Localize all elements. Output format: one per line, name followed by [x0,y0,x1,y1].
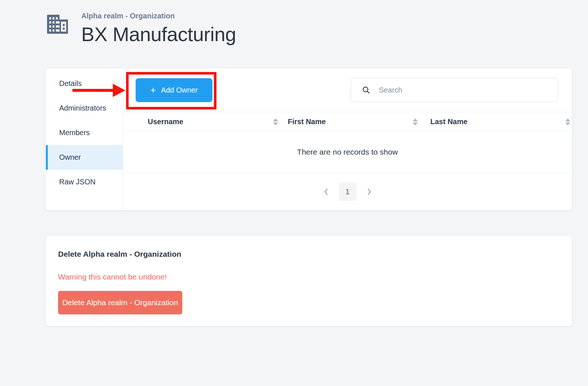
chevron-left-icon[interactable] [323,188,329,195]
empty-table-message: There are no records to show [123,131,572,173]
danger-heading: Delete Alpha realm - Organization [58,250,572,258]
search-icon [362,86,370,94]
search-box[interactable] [351,78,558,102]
chevron-right-icon[interactable] [366,188,372,195]
sidebar-tabs: Details Administrators Members Owner Raw… [46,68,123,210]
table-header-row: Username First Name Last Name [123,112,572,131]
sort-icon[interactable] [565,118,570,125]
building-icon [47,15,68,46]
page-header: Alpha realm - Organization BX Manufactur… [47,11,236,46]
danger-zone-card: Delete Alpha realm - Organization Warnin… [46,235,572,326]
pagination: 1 [123,173,572,210]
sort-icon[interactable] [273,118,278,125]
tab-raw-json[interactable]: Raw JSON [46,170,123,194]
header-text: Alpha realm - Organization BX Manufactur… [81,11,236,46]
column-header-last-name[interactable]: Last Name [430,112,467,131]
danger-warning-text: Warning this cannot be undone! [58,273,572,281]
breadcrumb: Alpha realm - Organization [81,11,236,21]
plus-icon: + [150,85,156,95]
column-header-username[interactable]: Username [148,112,183,131]
owner-panel-card: Details Administrators Members Owner Raw… [46,68,572,210]
tab-administrators[interactable]: Administrators [46,96,123,120]
page-title: BX Manufacturing [81,23,236,46]
tab-details[interactable]: Details [46,71,123,96]
add-owner-label: Add Owner [161,86,198,94]
sort-icon[interactable] [413,118,418,125]
delete-organization-button[interactable]: Delete Alpha realm - Organization [58,291,182,314]
search-input[interactable] [378,86,558,95]
owner-tab-content: + Add Owner Username First Name Last Nam… [123,68,572,210]
tab-members[interactable]: Members [46,120,123,145]
column-header-first-name[interactable]: First Name [288,112,326,131]
add-owner-button[interactable]: + Add Owner [136,78,212,102]
page-number[interactable]: 1 [339,183,356,201]
tab-owner[interactable]: Owner [46,145,123,170]
